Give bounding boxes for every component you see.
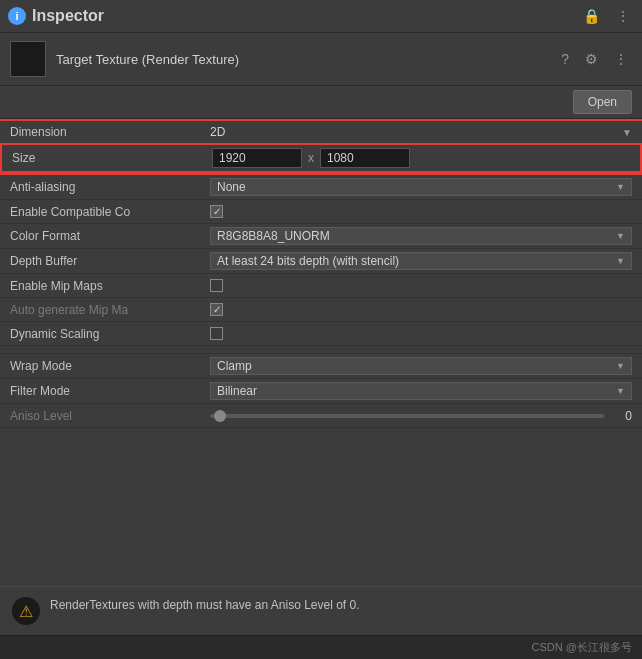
lock-button[interactable]: 🔒 (579, 6, 604, 26)
size-row: Size x (0, 143, 642, 173)
wrap-mode-row: Wrap Mode Clamp ▼ (0, 354, 642, 379)
aniso-level-value: 0 (612, 409, 632, 423)
color-format-label: Color Format (10, 229, 210, 243)
dynamic-scaling-checkbox[interactable] (210, 327, 223, 340)
anti-aliasing-value: None (217, 180, 246, 194)
open-button[interactable]: Open (573, 90, 632, 114)
wrap-mode-label: Wrap Mode (10, 359, 210, 373)
warning-box: ⚠ RenderTextures with depth must have an… (0, 586, 642, 635)
depth-buffer-arrow-icon: ▼ (616, 256, 625, 266)
dynamic-scaling-checkbox-wrapper (210, 327, 223, 340)
footer: CSDN @长江很多号 (0, 635, 642, 659)
wrap-mode-arrow-icon: ▼ (616, 361, 625, 371)
wrap-mode-value: Clamp (217, 359, 252, 373)
auto-generate-mip-checkbox-wrapper (210, 303, 223, 316)
watermark: CSDN @长江很多号 (532, 640, 632, 655)
enable-mip-maps-checkbox[interactable] (210, 279, 223, 292)
warning-text: RenderTextures with depth must have an A… (50, 597, 630, 614)
anti-aliasing-row: Anti-aliasing None ▼ (0, 173, 642, 200)
header-actions: 🔒 ⋮ (579, 6, 634, 26)
filter-mode-label: Filter Mode (10, 384, 210, 398)
properties-panel: Dimension 2D ▼ Size x Anti-aliasing None… (0, 119, 642, 586)
anti-aliasing-dropdown[interactable]: None ▼ (210, 178, 632, 196)
size-x-label: x (308, 151, 314, 165)
enable-compatible-cc-checkbox-wrapper (210, 205, 223, 218)
filter-mode-value: Bilinear (217, 384, 257, 398)
aniso-level-label: Aniso Level (10, 409, 210, 423)
depth-buffer-value: At least 24 bits depth (with stencil) (217, 254, 399, 268)
settings-button[interactable]: ⚙ (581, 49, 602, 69)
target-texture-actions: ? ⚙ ⋮ (557, 49, 632, 69)
enable-compatible-cc-row: Enable Compatible Co (0, 200, 642, 224)
anti-aliasing-label: Anti-aliasing (10, 180, 210, 194)
slider-thumb (214, 410, 226, 422)
more-options-button[interactable]: ⋮ (612, 6, 634, 26)
dimension-label: Dimension (10, 125, 210, 139)
dimension-row: Dimension 2D ▼ (0, 119, 642, 143)
dynamic-scaling-row: Dynamic Scaling (0, 322, 642, 346)
help-button[interactable]: ? (557, 49, 573, 69)
auto-generate-mip-row: Auto generate Mip Ma (0, 298, 642, 322)
color-format-row: Color Format R8G8B8A8_UNORM ▼ (0, 224, 642, 249)
enable-mip-maps-checkbox-wrapper (210, 279, 223, 292)
filter-mode-dropdown[interactable]: Bilinear ▼ (210, 382, 632, 400)
aniso-level-row: Aniso Level 0 (0, 404, 642, 428)
texture-label: Target Texture (Render Texture) (56, 52, 547, 67)
warning-icon: ⚠ (12, 597, 40, 625)
auto-generate-mip-checkbox[interactable] (210, 303, 223, 316)
depth-buffer-dropdown[interactable]: At least 24 bits depth (with stencil) ▼ (210, 252, 632, 270)
anti-aliasing-arrow-icon: ▼ (616, 182, 625, 192)
dimension-dropdown[interactable]: 2D ▼ (210, 125, 632, 139)
inspector-panel: i Inspector 🔒 ⋮ Target Texture (Render T… (0, 0, 642, 659)
size-inputs: x (212, 148, 630, 168)
wrap-mode-dropdown[interactable]: Clamp ▼ (210, 357, 632, 375)
dynamic-scaling-label: Dynamic Scaling (10, 327, 210, 341)
enable-mip-maps-label: Enable Mip Maps (10, 279, 210, 293)
depth-buffer-row: Depth Buffer At least 24 bits depth (wit… (0, 249, 642, 274)
depth-buffer-label: Depth Buffer (10, 254, 210, 268)
dimension-value: 2D (210, 125, 225, 139)
aniso-level-value-container: 0 (210, 409, 632, 423)
header: i Inspector 🔒 ⋮ (0, 0, 642, 33)
color-format-arrow-icon: ▼ (616, 231, 625, 241)
enable-compatible-cc-label: Enable Compatible Co (10, 205, 210, 219)
inspector-title: Inspector (32, 7, 573, 25)
size-label: Size (12, 151, 212, 165)
aniso-level-slider[interactable] (210, 414, 604, 418)
dimension-arrow-icon: ▼ (622, 127, 632, 138)
texture-thumbnail (10, 41, 46, 77)
width-input[interactable] (212, 148, 302, 168)
target-texture-row: Target Texture (Render Texture) ? ⚙ ⋮ (0, 33, 642, 86)
auto-generate-mip-label: Auto generate Mip Ma (10, 303, 210, 317)
enable-mip-maps-row: Enable Mip Maps (0, 274, 642, 298)
inspector-icon: i (8, 7, 26, 25)
filter-mode-row: Filter Mode Bilinear ▼ (0, 379, 642, 404)
height-input[interactable] (320, 148, 410, 168)
more-texture-button[interactable]: ⋮ (610, 49, 632, 69)
color-format-value: R8G8B8A8_UNORM (217, 229, 330, 243)
filter-mode-arrow-icon: ▼ (616, 386, 625, 396)
color-format-dropdown[interactable]: R8G8B8A8_UNORM ▼ (210, 227, 632, 245)
enable-compatible-cc-checkbox[interactable] (210, 205, 223, 218)
